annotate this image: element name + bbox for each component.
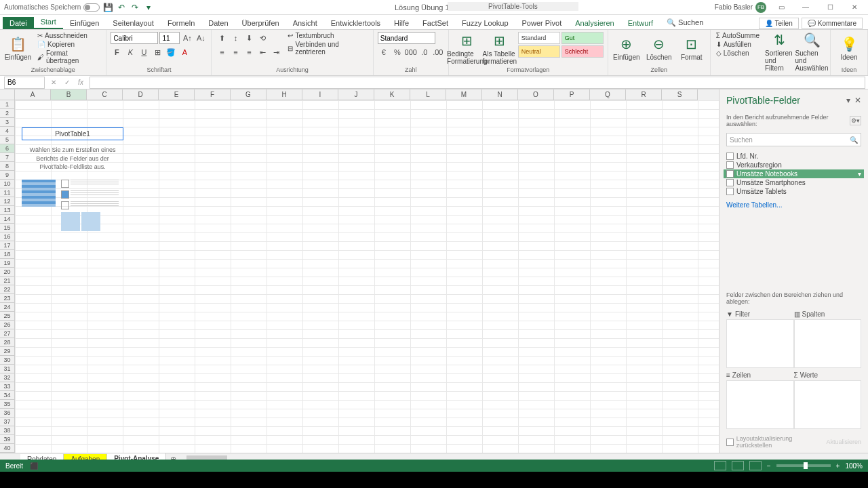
field-search-input[interactable]: Suchen🔍 bbox=[726, 133, 861, 146]
align-middle-icon[interactable]: ↕ bbox=[229, 32, 241, 44]
font-name-select[interactable] bbox=[111, 32, 158, 44]
sort-filter-button[interactable]: ⇅Sortieren und Filtern bbox=[765, 32, 793, 72]
cell-styles-gallery[interactable]: Standard Gut Neutral Schlecht bbox=[518, 32, 604, 65]
row-header[interactable]: 18 bbox=[0, 250, 15, 259]
cells-grid[interactable]: PivotTable1 Wählen Sie zum Erstellen ein… bbox=[15, 100, 719, 453]
tab-pagelayout[interactable]: Seitenlayout bbox=[106, 17, 161, 29]
tab-powerpivot[interactable]: Power Pivot bbox=[515, 17, 569, 29]
find-select-button[interactable]: 🔍Suchen und Auswählen bbox=[797, 32, 826, 72]
undo-icon[interactable]: ↶ bbox=[116, 2, 127, 13]
row-header[interactable]: 40 bbox=[0, 444, 15, 453]
cond-format-button[interactable]: ⊞Bedingte Formatierung bbox=[453, 32, 481, 65]
filter-area[interactable]: ▼Filter bbox=[726, 309, 794, 370]
row-header[interactable]: 14 bbox=[0, 215, 15, 224]
wrap-text-button[interactable]: ↩ Textumbruch bbox=[286, 32, 368, 39]
checkbox[interactable] bbox=[726, 152, 734, 160]
comma-icon[interactable]: 000 bbox=[405, 46, 417, 58]
row-header[interactable]: 34 bbox=[0, 391, 15, 400]
minimize-button[interactable]: — bbox=[796, 2, 815, 13]
autosum-button[interactable]: Σ AutoSumme bbox=[715, 32, 761, 39]
col-header[interactable]: S bbox=[662, 89, 698, 100]
field-item-hover[interactable]: Umsätze Notebooks▾ bbox=[724, 169, 864, 178]
row-header[interactable]: 29 bbox=[0, 347, 15, 356]
row-header[interactable]: 25 bbox=[0, 312, 15, 321]
pane-close-icon[interactable]: ✕ bbox=[854, 96, 861, 105]
align-left-icon[interactable]: ≡ bbox=[216, 46, 228, 58]
row-header[interactable]: 37 bbox=[0, 418, 15, 426]
font-size-select[interactable] bbox=[159, 32, 180, 44]
tab-view[interactable]: Ansicht bbox=[286, 17, 324, 29]
field-item[interactable]: Lfd. Nr. bbox=[726, 152, 861, 161]
col-header[interactable]: C bbox=[87, 89, 123, 100]
fx-icon[interactable]: fx bbox=[75, 77, 87, 89]
zoom-in-icon[interactable]: + bbox=[836, 462, 840, 470]
row-header[interactable]: 30 bbox=[0, 356, 15, 365]
tab-search[interactable]: 🔍 Suchen bbox=[660, 16, 710, 29]
redo-icon[interactable]: ↷ bbox=[130, 2, 140, 13]
indent-dec-icon[interactable]: ⇤ bbox=[256, 46, 269, 58]
row-header[interactable]: 19 bbox=[0, 259, 15, 268]
style-neutral[interactable]: Neutral bbox=[518, 45, 560, 58]
col-header[interactable]: B bbox=[51, 89, 87, 100]
checkbox[interactable] bbox=[726, 161, 734, 169]
col-header[interactable]: J bbox=[338, 89, 374, 100]
normal-view-icon[interactable] bbox=[714, 461, 726, 470]
checkbox[interactable] bbox=[726, 170, 734, 178]
font-color-button[interactable]: A bbox=[178, 46, 191, 58]
row-header[interactable]: 10 bbox=[0, 180, 15, 188]
row-header[interactable]: 38 bbox=[0, 426, 15, 435]
row-header[interactable]: 28 bbox=[0, 338, 15, 347]
col-header[interactable]: G bbox=[231, 89, 267, 100]
macro-record-icon[interactable]: ⬛ bbox=[30, 462, 38, 470]
field-item[interactable]: Umsätze Tablets bbox=[726, 187, 861, 196]
col-header[interactable]: R bbox=[626, 89, 662, 100]
row-header[interactable]: 21 bbox=[0, 277, 15, 285]
tab-design[interactable]: Entwurf bbox=[621, 17, 660, 29]
percent-icon[interactable]: % bbox=[391, 46, 403, 58]
update-button[interactable]: Aktualisieren bbox=[826, 439, 861, 445]
name-box[interactable] bbox=[4, 77, 45, 89]
clear-button[interactable]: ◇ Löschen bbox=[715, 49, 761, 57]
zoom-value[interactable]: 100% bbox=[845, 462, 863, 470]
row-header[interactable]: 6 bbox=[0, 144, 15, 153]
tab-file[interactable]: Datei bbox=[3, 17, 34, 29]
row-header[interactable]: 11 bbox=[0, 188, 15, 197]
cancel-formula-icon[interactable]: ✕ bbox=[47, 77, 60, 89]
dec-decimal-icon[interactable]: .00 bbox=[432, 46, 444, 58]
row-header[interactable]: 5 bbox=[0, 136, 15, 144]
field-item[interactable]: Verkaufsregion bbox=[726, 161, 861, 169]
zoom-slider[interactable] bbox=[776, 464, 831, 467]
col-header[interactable]: E bbox=[159, 89, 195, 100]
share-button[interactable]: 👤 Teilen bbox=[759, 18, 799, 29]
col-header[interactable]: F bbox=[195, 89, 231, 100]
close-button[interactable]: ✕ bbox=[845, 2, 864, 13]
row-header[interactable]: 33 bbox=[0, 382, 15, 391]
enter-formula-icon[interactable]: ✓ bbox=[61, 77, 73, 89]
format-cells-button[interactable]: ⊡Format bbox=[677, 32, 706, 65]
row-header[interactable]: 9 bbox=[0, 171, 15, 180]
insert-cells-button[interactable]: ⊕Einfügen bbox=[612, 32, 641, 65]
style-bad[interactable]: Schlecht bbox=[561, 45, 604, 58]
row-header[interactable]: 31 bbox=[0, 365, 15, 373]
col-header[interactable]: D bbox=[123, 89, 159, 100]
row-header[interactable]: 27 bbox=[0, 329, 15, 338]
col-header[interactable]: K bbox=[374, 89, 410, 100]
col-header[interactable]: M bbox=[446, 89, 482, 100]
tab-factset[interactable]: FactSet bbox=[416, 17, 455, 29]
underline-button[interactable]: U bbox=[138, 46, 150, 58]
inc-decimal-icon[interactable]: .0 bbox=[418, 46, 431, 58]
tab-analyze[interactable]: Analysieren bbox=[568, 17, 620, 29]
row-header[interactable]: 1 bbox=[0, 100, 15, 109]
select-all-corner[interactable] bbox=[0, 89, 15, 100]
row-header[interactable]: 12 bbox=[0, 197, 15, 206]
align-right-icon[interactable]: ≡ bbox=[243, 46, 255, 58]
user-account[interactable]: Fabio Basler FB bbox=[715, 2, 766, 13]
paste-button[interactable]: 📋Einfügen bbox=[4, 32, 32, 65]
tab-review[interactable]: Überprüfen bbox=[235, 17, 286, 29]
tab-insert[interactable]: Einfügen bbox=[63, 17, 106, 29]
tab-developer[interactable]: Entwicklertools bbox=[324, 17, 387, 29]
row-header[interactable]: 3 bbox=[0, 118, 15, 127]
values-area[interactable]: ΣWerte bbox=[794, 370, 862, 431]
delete-cells-button[interactable]: ⊖Löschen bbox=[645, 32, 673, 65]
align-center-icon[interactable]: ≡ bbox=[229, 46, 241, 58]
